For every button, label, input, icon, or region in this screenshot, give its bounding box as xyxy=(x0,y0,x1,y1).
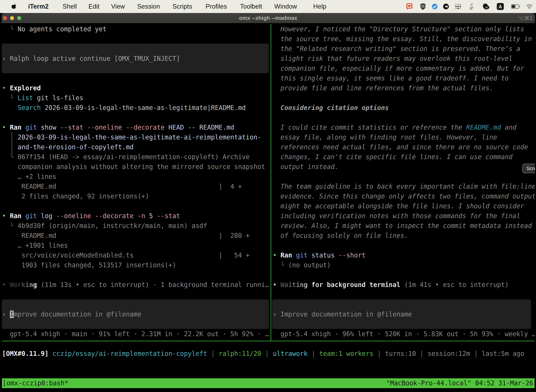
terminal-line: README.md | 4 + xyxy=(2,182,242,191)
text-segment-pipe: | xyxy=(373,350,385,357)
terminal-line-input: › Improve documentation in @filename xyxy=(273,309,412,319)
text-segment-boxt: Ralph loop active continue [OMX_TMUX_INJ… xyxy=(10,55,180,62)
text-segment-lav: HEAD xyxy=(165,124,188,131)
text-segment-dim: last:5m ago xyxy=(482,350,524,357)
menu-item-help[interactable]: Help xyxy=(313,0,326,13)
terminal-line: and-the-erosion-of-copyleft.md xyxy=(2,142,134,152)
terminal-line: └ List git ls-files xyxy=(2,93,83,103)
text-segment-pink: --stat xyxy=(157,212,180,220)
text-segment-wt xyxy=(292,252,296,259)
terminal-line: companion analysis without altering the … xyxy=(2,162,265,172)
window-titlebar[interactable]: omx --xhigh --madmax ⌥⌘1 xyxy=(1,13,535,23)
apple-menu-icon[interactable] xyxy=(12,4,17,9)
squiggle-icon[interactable] xyxy=(469,0,474,13)
terminal-line-omx: [OMX#0.11.9] cczip/essay/ai-reimplementa… xyxy=(2,349,524,359)
text-segment-blue: git xyxy=(296,252,308,259)
menu-item-shell[interactable]: Shell xyxy=(62,0,77,13)
text-segment-wt xyxy=(21,212,25,220)
text-segment-dim: mprove documentation in @filename xyxy=(14,311,141,318)
wifi-icon[interactable] xyxy=(526,0,532,13)
text-segment-it: of focusing solely on file lines. xyxy=(273,232,408,239)
text-segment-dim: src/voice/voiceModeEnabled.ts | 54 + xyxy=(2,252,250,259)
menu-item-toolbelt[interactable]: Toolbelt xyxy=(240,0,262,13)
text-segment-itt: README.md xyxy=(466,124,501,131)
text-segment-dim: 1903 files changed, 513517 insertions(+) xyxy=(2,261,176,269)
text-segment-it: changes, I can't cite specific file line… xyxy=(273,153,513,161)
terminal-line: evidence. Since this change only affects… xyxy=(273,191,535,201)
text-segment-it: the "Related research writing" section i… xyxy=(273,45,520,52)
text-segment-cyan: List xyxy=(18,94,33,102)
text-segment-shim2: Waiting for background terminal xyxy=(281,281,400,289)
terminal-line: src/voice/voiceModeEnabled.ts | 54 + xyxy=(2,250,250,260)
battery-icon[interactable] xyxy=(511,0,520,13)
dots-grid-icon[interactable] xyxy=(455,0,462,13)
text-segment-it: evidence. Since this change only affects… xyxy=(273,192,535,200)
text-segment-w: Ran xyxy=(281,252,292,259)
tmux-host-clock: "MacBook-Pro-44.local" 04:52 31-Mar-26 xyxy=(386,378,533,388)
menu-item-profiles[interactable]: Profiles xyxy=(206,0,227,13)
text-segment-pipe: | xyxy=(308,350,319,357)
text-segment-bgry: › xyxy=(2,55,10,62)
text-segment-lav: log xyxy=(37,212,56,220)
terminal-line: However, I noticed the "Directory Struct… xyxy=(273,24,524,34)
text-segment-it: review. Also, I might want to inspect th… xyxy=(273,222,532,229)
text-segment-grn: team:1 workers xyxy=(319,350,373,357)
text-segment-tree: └ xyxy=(273,261,288,269)
text-segment-pipe: | xyxy=(470,350,482,357)
text-segment-dim: 067f154 (HEAD -> essay/ai-reimplementati… xyxy=(18,153,250,161)
text-segment-it: might be acceptable alongside the file l… xyxy=(273,202,524,210)
tmux-status-bar: [omx-cczip0:bash* "MacBook-Pro-44.local"… xyxy=(2,378,535,388)
text-segment-lav: status xyxy=(308,252,339,259)
text-segment-bgrn: • xyxy=(2,124,10,131)
menu-item-view[interactable]: View xyxy=(111,0,125,13)
input-source-icon[interactable]: A xyxy=(497,0,504,13)
text-segment-w: [OMX#0.11.9] xyxy=(2,350,48,357)
terminal-line: changes, I can't cite specific file line… xyxy=(273,152,513,162)
window-title: omx --xhigh --madmax xyxy=(1,13,535,23)
menu-item-window[interactable]: Window xyxy=(274,0,297,13)
terminal-line: the "Related research writing" section i… xyxy=(273,44,520,54)
terminal-line: • Working (11m 13s • esc to interrupt) ·… xyxy=(2,280,269,290)
text-segment-dim: 2 files changed, 92 insertions(+) xyxy=(2,192,149,200)
text-segment-w: Ran xyxy=(10,212,21,220)
menu-item-iterm2[interactable]: iTerm2 xyxy=(28,0,49,13)
svg-text:A: A xyxy=(499,4,502,9)
terminal-line: The team guideline is to back every impo… xyxy=(273,182,535,191)
terminal-line: of focusing solely on file lines. xyxy=(273,231,408,241)
text-segment-pink: --oneline --decorate -n xyxy=(56,212,145,220)
chat-app-icon[interactable] xyxy=(407,0,412,13)
terminal-line: 2 files changed, 92 insertions(+) xyxy=(2,191,149,201)
text-segment-it: references need actual files, and since … xyxy=(273,143,528,151)
text-segment-dim: turns:10 xyxy=(385,350,416,357)
text-segment-lav: 5 xyxy=(145,212,157,220)
text-segment-it: companion file, especially if more comme… xyxy=(273,65,524,72)
text-segment-wt xyxy=(21,124,25,131)
svg-text:..61: ..61 xyxy=(484,6,488,9)
terminal-line: └ (no output) xyxy=(273,260,331,270)
tmux-vertical-separator[interactable] xyxy=(271,24,271,341)
text-segment-tree: └ xyxy=(2,94,18,102)
cloud-61-icon[interactable]: ..61 xyxy=(483,0,490,13)
terminal-line: └ 4b9d30f (origin/main, instructkr/main,… xyxy=(2,221,207,231)
text-segment-blue: git xyxy=(25,212,37,220)
text-segment-wt: git ls-files xyxy=(33,94,83,102)
text-segment-bgry: • xyxy=(2,84,10,92)
menu-item-edit[interactable]: Edit xyxy=(88,0,100,13)
shield-grid-icon[interactable] xyxy=(420,0,426,13)
text-segment-shim1: Working xyxy=(10,281,37,289)
text-segment-it: The team guideline is to back every impo… xyxy=(273,183,535,190)
menu-item-session[interactable]: Session xyxy=(137,0,160,13)
text-segment-w: Explored xyxy=(10,84,41,92)
tmux-horizontal-separator[interactable] xyxy=(2,341,535,341)
shutter-icon[interactable] xyxy=(443,0,449,13)
blue-badge-icon[interactable] xyxy=(432,0,438,13)
text-segment-dim: … +1901 lines xyxy=(2,242,68,249)
menu-item-scripts[interactable]: Scripts xyxy=(172,0,192,13)
terminal-line: • Explored xyxy=(2,83,41,93)
text-segment-bgrn: • xyxy=(273,252,281,259)
text-segment-it: I could cite commit statistics or refere… xyxy=(273,124,466,131)
terminal-line: … +2 lines xyxy=(2,172,56,182)
screen-overlay-button[interactable]: Scre xyxy=(522,164,535,173)
text-segment-wt xyxy=(2,104,18,112)
text-segment-tree: └ xyxy=(2,153,18,161)
